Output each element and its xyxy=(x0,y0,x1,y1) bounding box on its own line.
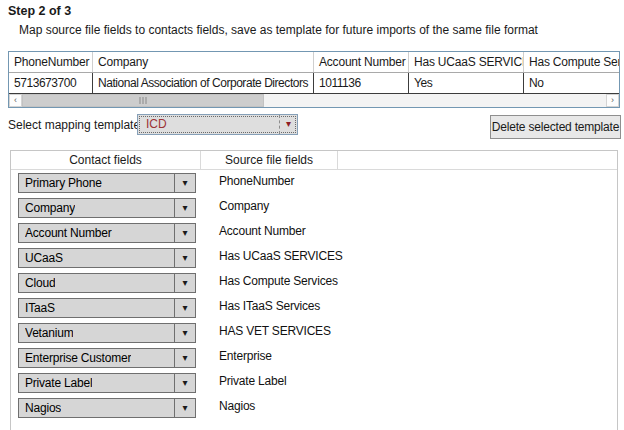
mapping-row: UCaaS ▾ Has UCaaS SERVICES xyxy=(11,248,617,273)
mapping-row: Nagios ▾ Nagios xyxy=(11,398,617,423)
source-field-label: Nagios xyxy=(219,399,255,413)
mapping-row: Account Number ▾ Account Number xyxy=(11,223,617,248)
contact-field-value: Vetanium xyxy=(25,326,73,340)
grid-header-cell[interactable]: PhoneNumber xyxy=(9,52,93,72)
source-field-label: Has Compute Services xyxy=(219,274,338,288)
mapping-header-row: Contact fields Source file fields xyxy=(11,151,617,170)
field-mapping-panel: Contact fields Source file fields Primar… xyxy=(10,150,618,430)
contact-field-dropdown[interactable]: Company ▾ xyxy=(18,198,196,218)
contact-field-value: Primary Phone xyxy=(25,176,102,190)
chevron-down-icon: ▾ xyxy=(182,202,187,213)
contact-field-value: UCaaS xyxy=(25,251,63,265)
contact-field-dropdown[interactable]: Account Number ▾ xyxy=(18,223,196,243)
horizontal-scrollbar[interactable]: ‹ › xyxy=(9,94,619,107)
contact-field-value: Company xyxy=(25,201,75,215)
page-subtitle: Map source file fields to contacts field… xyxy=(19,23,538,37)
mapping-row: Company ▾ Company xyxy=(11,198,617,223)
contact-field-dropdown[interactable]: UCaaS ▾ xyxy=(18,248,196,268)
mapping-template-dropdown[interactable]: ICD ▾ xyxy=(137,114,298,135)
chevron-down-icon: ▾ xyxy=(182,227,187,238)
mapping-row: Vetanium ▾ HAS VET SERVICES xyxy=(11,323,617,348)
source-field-label: Has ITaaS Services xyxy=(219,299,320,313)
grid-header-row: PhoneNumberCompanyAccount NumberHas UCaa… xyxy=(9,52,619,73)
contact-field-dropdown[interactable]: Vetanium ▾ xyxy=(18,323,196,343)
grid-header-cell[interactable]: Has Compute Ser xyxy=(524,52,619,72)
contact-field-value: Private Label xyxy=(25,376,92,390)
dropdown-arrow-button[interactable]: ▾ xyxy=(174,349,195,367)
chevron-down-icon: ▾ xyxy=(182,402,187,413)
mapping-row: Primary Phone ▾ PhoneNumber xyxy=(11,173,617,198)
source-field-label: Has UCaaS SERVICES xyxy=(219,249,343,263)
source-field-label: Enterprise xyxy=(219,349,272,363)
contact-field-dropdown[interactable]: Enterprise Customer ▾ xyxy=(18,348,196,368)
scroll-right-icon[interactable]: › xyxy=(606,94,619,107)
contact-field-value: Account Number xyxy=(25,226,112,240)
grid-data-cell[interactable]: 1011136 xyxy=(314,73,409,93)
contact-field-dropdown[interactable]: Private Label ▾ xyxy=(18,373,196,393)
source-fields-header: Source file fields xyxy=(201,151,338,169)
dropdown-arrow-button[interactable]: ▾ xyxy=(174,399,195,417)
source-field-label: Account Number xyxy=(219,224,306,238)
contact-field-value: Cloud xyxy=(25,276,55,290)
dropdown-arrow-button[interactable]: ▾ xyxy=(174,224,195,242)
select-mapping-template-label: Select mapping template xyxy=(8,118,140,132)
chevron-down-icon: ▾ xyxy=(182,377,187,388)
grid-data-cell[interactable]: Yes xyxy=(409,73,524,93)
dropdown-arrow-button[interactable]: ▾ xyxy=(279,115,297,134)
contact-field-value: Enterprise Customer xyxy=(25,351,131,365)
grid-data-cell[interactable]: 5713673700 xyxy=(9,73,93,93)
contact-field-dropdown[interactable]: Nagios ▾ xyxy=(18,398,196,418)
contact-fields-header: Contact fields xyxy=(11,151,201,169)
import-wizard-step2: Step 2 of 3 Map source file fields to co… xyxy=(0,0,624,430)
contact-field-value: Nagios xyxy=(25,401,61,415)
grid-header-cell[interactable]: Has UCaaS SERVICES xyxy=(409,52,524,72)
dropdown-arrow-button[interactable]: ▾ xyxy=(174,249,195,267)
dropdown-arrow-button[interactable]: ▾ xyxy=(174,174,195,192)
source-field-label: Company xyxy=(219,199,269,213)
grid-data-row[interactable]: 5713673700National Association of Corpor… xyxy=(9,73,619,94)
chevron-down-icon: ▾ xyxy=(182,302,187,313)
dropdown-arrow-button[interactable]: ▾ xyxy=(174,199,195,217)
mapping-header-spacer xyxy=(338,151,617,169)
mapping-row: Enterprise Customer ▾ Enterprise xyxy=(11,348,617,373)
chevron-down-icon: ▾ xyxy=(182,277,187,288)
mapping-row: Private Label ▾ Private Label xyxy=(11,373,617,398)
source-field-label: HAS VET SERVICES xyxy=(219,324,331,338)
dropdown-arrow-button[interactable]: ▾ xyxy=(174,299,195,317)
source-preview-grid: PhoneNumberCompanyAccount NumberHas UCaa… xyxy=(8,51,620,108)
chevron-down-icon: ▾ xyxy=(182,352,187,363)
scroll-left-icon[interactable]: ‹ xyxy=(9,94,22,107)
mapping-row: ITaaS ▾ Has ITaaS Services xyxy=(11,298,617,323)
grid-data-cell[interactable]: National Association of Corporate Direct… xyxy=(93,73,314,93)
dropdown-arrow-button[interactable]: ▾ xyxy=(174,324,195,342)
chevron-down-icon: ▾ xyxy=(182,177,187,188)
selected-template-value: ICD xyxy=(146,117,167,131)
scrollbar-thumb[interactable] xyxy=(22,94,264,107)
mapping-rows: Primary Phone ▾ PhoneNumber Company ▾ Co… xyxy=(11,170,617,423)
contact-field-dropdown[interactable]: ITaaS ▾ xyxy=(18,298,196,318)
chevron-down-icon: ▾ xyxy=(286,118,291,129)
delete-template-button[interactable]: Delete selected template xyxy=(490,115,621,139)
source-field-label: PhoneNumber xyxy=(219,174,294,188)
grid-header-cell[interactable]: Account Number xyxy=(314,52,409,72)
contact-field-value: ITaaS xyxy=(25,301,55,315)
dropdown-arrow-button[interactable]: ▾ xyxy=(174,274,195,292)
dropdown-arrow-button[interactable]: ▾ xyxy=(174,374,195,392)
page-title: Step 2 of 3 xyxy=(8,4,71,18)
grid-data-cell[interactable]: No xyxy=(524,73,619,93)
mapping-row: Cloud ▾ Has Compute Services xyxy=(11,273,617,298)
chevron-down-icon: ▾ xyxy=(182,327,187,338)
contact-field-dropdown[interactable]: Primary Phone ▾ xyxy=(18,173,196,193)
grid-header-cell[interactable]: Company xyxy=(93,52,314,72)
source-field-label: Private Label xyxy=(219,374,286,388)
contact-field-dropdown[interactable]: Cloud ▾ xyxy=(18,273,196,293)
thumb-grip-icon xyxy=(140,97,147,104)
chevron-down-icon: ▾ xyxy=(182,252,187,263)
